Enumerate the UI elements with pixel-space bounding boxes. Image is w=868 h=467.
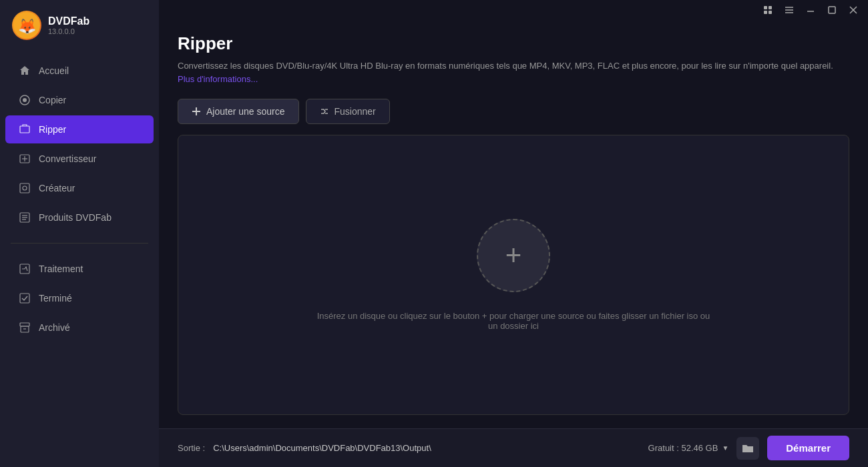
svg-rect-16 (20, 323, 29, 326)
add-source-circle-button[interactable]: + (477, 219, 550, 292)
output-path: C:\Users\admin\Documents\DVDFab\DVDFab13… (213, 443, 640, 453)
sidebar-item-ripper-label: Ripper (39, 124, 66, 135)
sidebar-item-termine[interactable]: Terminé (5, 284, 154, 312)
main-content: Ripper Convertissez les disques DVD/Blu-… (159, 0, 868, 467)
sidebar-item-termine-label: Terminé (39, 293, 72, 304)
archive-icon (19, 322, 31, 334)
sidebar-item-traitement[interactable]: Traitement (5, 255, 154, 283)
chevron-down-icon: ▼ (722, 444, 728, 452)
done-icon (19, 292, 31, 304)
free-space-indicator[interactable]: Gratuit : 52.46 GB ▼ (648, 443, 729, 453)
plus-icon: + (505, 242, 522, 270)
sidebar-item-convertisseur[interactable]: Convertisseur (5, 145, 154, 173)
svg-rect-20 (769, 6, 772, 9)
svg-rect-15 (20, 294, 29, 303)
products-icon (19, 211, 31, 223)
sidebar-item-copier-label: Copier (39, 95, 66, 105)
drop-zone[interactable]: + Insérez un disque ou cliquez sur le bo… (178, 135, 849, 415)
sidebar: 🦊 DVDFab 13.0.0.0 Accueil Copier Ripper (0, 0, 159, 467)
processing-icon (19, 263, 31, 275)
sidebar-item-createur-label: Créateur (39, 183, 75, 193)
app-name: DVDFab (48, 15, 89, 27)
svg-rect-27 (829, 7, 835, 13)
output-label: Sortie : (178, 443, 205, 453)
app-logo-icon: 🦊 (12, 11, 41, 40)
sidebar-item-traitement-label: Traitement (39, 264, 83, 274)
sidebar-item-ripper[interactable]: Ripper (5, 115, 154, 143)
svg-rect-19 (764, 6, 767, 9)
home-icon (19, 65, 31, 77)
sidebar-item-accueil-label: Accueil (39, 65, 69, 76)
more-info-link[interactable]: Plus d'informations... (178, 74, 258, 84)
svg-rect-4 (20, 126, 29, 133)
start-button[interactable]: Démarrer (767, 436, 849, 460)
menu-button[interactable] (780, 3, 799, 17)
sidebar-item-accueil[interactable]: Accueil (5, 57, 154, 85)
titlebar (159, 0, 868, 20)
creator-icon (19, 182, 31, 194)
minimize-button[interactable] (801, 3, 820, 17)
converter-icon (19, 153, 31, 165)
nav-main: Accueil Copier Ripper Convertisseur Créa… (0, 51, 159, 238)
page-description: Convertissez les disques DVD/Blu-ray/4K … (178, 59, 849, 85)
sidebar-divider (11, 243, 148, 244)
app-version: 13.0.0.0 (48, 27, 89, 35)
drop-hint-text: Insérez un disque ou cliquez sur le bout… (313, 311, 714, 331)
sidebar-item-produits[interactable]: Produits DVDFab (5, 203, 154, 231)
ripper-icon (19, 123, 31, 135)
svg-text:🦊: 🦊 (18, 17, 37, 35)
sidebar-item-archive-label: Archivé (39, 322, 70, 333)
bottom-bar: Sortie : C:\Users\admin\Documents\DVDFab… (159, 428, 868, 467)
browse-folder-button[interactable] (736, 437, 759, 460)
maximize-button[interactable] (823, 3, 841, 17)
sidebar-item-archive[interactable]: Archivé (5, 314, 154, 342)
merge-button[interactable]: Fusionner (306, 99, 390, 124)
svg-rect-21 (764, 11, 767, 14)
sidebar-item-convertisseur-label: Convertisseur (39, 153, 96, 164)
sidebar-item-createur[interactable]: Créateur (5, 174, 154, 202)
toolbar: Ajouter une source Fusionner (178, 99, 849, 124)
close-button[interactable] (844, 3, 863, 17)
widget-button[interactable] (758, 3, 777, 17)
app-logo: 🦊 DVDFab 13.0.0.0 (0, 0, 159, 51)
app-logo-text: DVDFab 13.0.0.0 (48, 15, 89, 35)
copy-icon (19, 94, 31, 106)
add-source-button[interactable]: Ajouter une source (178, 99, 299, 124)
content-area: Ripper Convertissez les disques DVD/Blu-… (159, 20, 868, 428)
svg-rect-8 (20, 183, 29, 193)
svg-point-3 (23, 98, 27, 102)
svg-point-9 (23, 186, 27, 190)
svg-rect-22 (769, 11, 772, 14)
nav-bottom: Traitement Terminé Archivé (0, 249, 159, 348)
page-title: Ripper (178, 33, 849, 54)
sidebar-item-produits-label: Produits DVDFab (39, 212, 112, 223)
sidebar-item-copier[interactable]: Copier (5, 86, 154, 114)
